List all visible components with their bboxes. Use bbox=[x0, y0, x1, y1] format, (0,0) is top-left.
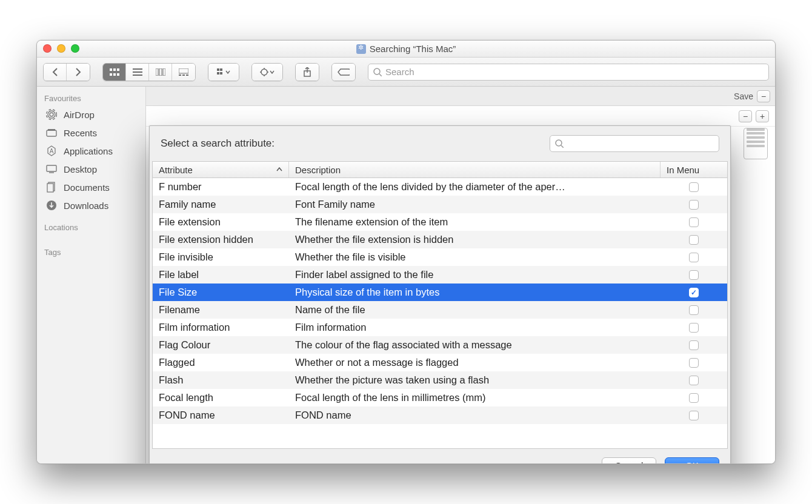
inmenu-checkbox[interactable] bbox=[689, 411, 699, 420]
table-row[interactable]: Film informationFilm information bbox=[153, 319, 727, 336]
table-row[interactable]: FlaggedWhether or not a message is flagg… bbox=[153, 354, 727, 371]
cancel-button[interactable]: Cancel bbox=[602, 457, 656, 465]
inmenu-checkbox[interactable] bbox=[689, 358, 699, 368]
inmenu-checkbox[interactable] bbox=[689, 235, 699, 245]
inmenu-checkbox[interactable] bbox=[689, 376, 699, 385]
filter-row: − + bbox=[146, 106, 775, 127]
view-list-button[interactable] bbox=[126, 64, 149, 81]
groupby-menu[interactable] bbox=[208, 63, 239, 81]
sidebar-item-airdrop[interactable]: AirDrop bbox=[37, 105, 145, 124]
inmenu-checkbox[interactable] bbox=[689, 182, 699, 192]
back-button[interactable] bbox=[44, 64, 67, 81]
tags-button[interactable] bbox=[331, 63, 356, 81]
table-row[interactable]: Focal lengthFocal length of the lens in … bbox=[153, 389, 727, 406]
table-row[interactable]: File SizePhysical size of the item in by… bbox=[153, 284, 727, 301]
table-row[interactable]: File extensionThe filename extension of … bbox=[153, 213, 727, 231]
window-title: Searching “This Mac” bbox=[370, 44, 456, 54]
attribute-search-field[interactable] bbox=[550, 135, 719, 152]
attr-cell: Family name bbox=[153, 199, 289, 210]
attr-cell: File extension hidden bbox=[153, 234, 289, 245]
sidebar-item-documents[interactable]: Documents bbox=[37, 178, 145, 196]
search-field[interactable]: Search bbox=[368, 64, 769, 81]
inmenu-cell bbox=[661, 182, 727, 192]
view-icons-button[interactable] bbox=[103, 64, 126, 81]
sidebar-item-desktop[interactable]: Desktop bbox=[37, 160, 145, 178]
add-filter-button[interactable]: + bbox=[756, 110, 769, 122]
table-row[interactable]: Flag ColourThe colour of the flag associ… bbox=[153, 336, 727, 354]
attr-cell: Flag Colour bbox=[153, 339, 289, 351]
attribute-table: Attribute Description In Menu F numberFo… bbox=[152, 161, 728, 449]
inmenu-cell bbox=[661, 323, 727, 333]
attr-cell: File extension bbox=[153, 216, 289, 228]
inmenu-checkbox[interactable] bbox=[689, 270, 699, 280]
desc-cell: Whether the file extension is hidden bbox=[289, 234, 661, 245]
desc-cell: Physical size of the item in bytes bbox=[289, 287, 661, 298]
view-buttons bbox=[102, 63, 196, 81]
view-columns-button[interactable] bbox=[149, 64, 172, 81]
attr-cell: F number bbox=[153, 181, 289, 193]
svg-point-27 bbox=[374, 68, 380, 75]
table-row[interactable]: FOND nameFOND name bbox=[153, 406, 727, 424]
forward-button[interactable] bbox=[67, 64, 90, 81]
search-icon bbox=[555, 139, 564, 148]
sidebar-item-applications[interactable]: AApplications bbox=[37, 142, 145, 160]
sort-ascending-icon bbox=[276, 167, 282, 172]
sidebar-item-downloads[interactable]: Downloads bbox=[37, 196, 145, 214]
sidebar-section-tags: Tags bbox=[37, 245, 145, 259]
inmenu-checkbox[interactable] bbox=[689, 340, 699, 350]
desc-cell: Whether or not a message is flagged bbox=[289, 357, 661, 368]
attr-cell: File label bbox=[153, 269, 289, 280]
ok-button[interactable]: OK bbox=[665, 457, 719, 465]
svg-rect-16 bbox=[217, 68, 219, 71]
zoom-window-button[interactable] bbox=[71, 44, 79, 53]
inmenu-cell bbox=[661, 393, 727, 403]
svg-point-29 bbox=[50, 113, 53, 116]
action-menu[interactable] bbox=[251, 63, 283, 81]
sidebar-section-locations: Locations bbox=[37, 220, 145, 234]
minimize-window-button[interactable] bbox=[57, 44, 65, 53]
save-search-button[interactable]: Save bbox=[734, 91, 753, 101]
inmenu-checkbox[interactable] bbox=[689, 323, 699, 333]
inmenu-checkbox[interactable] bbox=[689, 393, 699, 403]
table-row[interactable]: F numberFocal length of the lens divided… bbox=[153, 178, 727, 196]
table-row[interactable]: File extension hiddenWhether the file ex… bbox=[153, 231, 727, 248]
svg-rect-15 bbox=[186, 75, 188, 76]
svg-rect-2 bbox=[117, 68, 119, 71]
table-row[interactable]: File labelFinder label assigned to the f… bbox=[153, 266, 727, 284]
desc-cell: Film information bbox=[289, 322, 661, 333]
inmenu-cell bbox=[661, 376, 727, 385]
column-inmenu-header[interactable]: In Menu bbox=[661, 162, 727, 177]
airdrop-icon bbox=[45, 108, 58, 121]
table-row[interactable]: Family nameFont Family name bbox=[153, 196, 727, 213]
svg-rect-32 bbox=[47, 130, 56, 136]
scope-bar: Save − bbox=[146, 87, 775, 106]
close-window-button[interactable] bbox=[43, 44, 52, 53]
column-description-header[interactable]: Description bbox=[289, 162, 661, 177]
remove-filter-button[interactable]: − bbox=[739, 110, 752, 122]
svg-line-28 bbox=[379, 74, 382, 76]
inmenu-checkbox[interactable] bbox=[689, 305, 699, 315]
toolbar-search: Search bbox=[368, 64, 769, 81]
column-attribute-header[interactable]: Attribute bbox=[153, 162, 289, 177]
inmenu-checkbox[interactable] bbox=[689, 288, 699, 297]
collapse-criteria-button[interactable]: − bbox=[757, 90, 770, 102]
sidebar-item-recents[interactable]: Recents bbox=[37, 124, 145, 142]
inmenu-cell bbox=[661, 235, 727, 245]
inmenu-checkbox[interactable] bbox=[689, 253, 699, 262]
desc-cell: Focal length of the lens divided by the … bbox=[289, 181, 661, 193]
inmenu-checkbox[interactable] bbox=[689, 217, 699, 227]
attr-cell: Focal length bbox=[153, 392, 289, 403]
applications-icon: A bbox=[45, 145, 58, 157]
inmenu-checkbox[interactable] bbox=[689, 200, 699, 210]
titlebar: Searching “This Mac” bbox=[37, 41, 775, 58]
inmenu-cell bbox=[661, 340, 727, 350]
table-row[interactable]: FlashWhether the picture was taken using… bbox=[153, 371, 727, 389]
finder-window: Searching “This Mac” Search bbox=[36, 40, 776, 464]
view-gallery-button[interactable] bbox=[172, 64, 195, 81]
table-row[interactable]: FilenameName of the file bbox=[153, 301, 727, 319]
svg-point-30 bbox=[48, 111, 55, 118]
svg-rect-5 bbox=[117, 73, 119, 76]
share-button[interactable] bbox=[295, 63, 319, 81]
desc-cell: Name of the file bbox=[289, 304, 661, 316]
table-row[interactable]: File invisibleWhether the file is visibl… bbox=[153, 248, 727, 266]
